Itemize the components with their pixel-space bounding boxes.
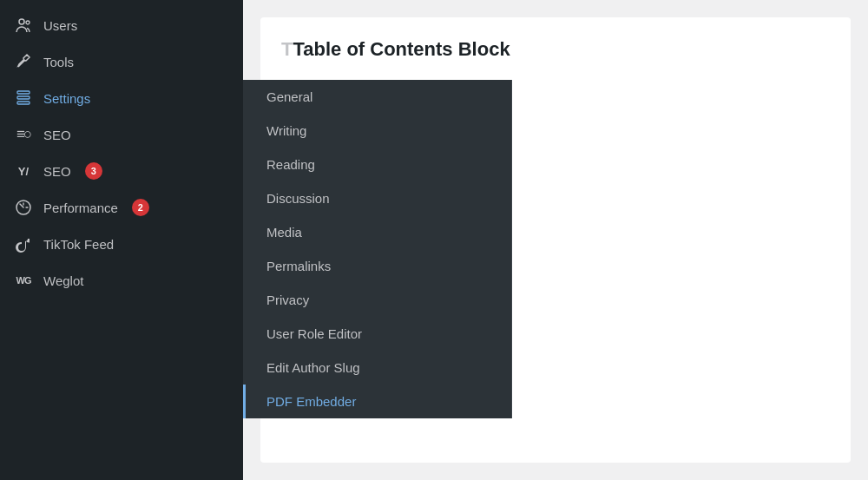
sidebar-item-settings[interactable]: Settings: [0, 80, 243, 116]
sidebar-settings-wrapper: Settings General Writing Reading Discuss…: [0, 80, 243, 116]
users-icon: [14, 16, 33, 35]
submenu-item-privacy[interactable]: Privacy: [243, 283, 511, 317]
submenu-item-general[interactable]: General: [243, 80, 511, 114]
svg-point-0: [19, 19, 24, 24]
submenu-item-writing-label: Writing: [266, 123, 306, 138]
sidebar-item-weglot-label: Weglot: [43, 273, 83, 288]
submenu-item-general-label: General: [266, 89, 312, 104]
sidebar-item-performance[interactable]: Performance 2: [0, 189, 243, 226]
settings-icon: [14, 89, 33, 108]
sidebar-item-performance-label: Performance: [43, 201, 118, 215]
submenu-item-media-label: Media: [266, 225, 302, 240]
sidebar-item-weglot[interactable]: WG Weglot: [0, 262, 243, 299]
submenu-item-reading[interactable]: Reading: [243, 148, 511, 181]
svg-rect-2: [17, 91, 30, 94]
sidebar-item-tools[interactable]: Tools: [0, 43, 243, 80]
sidebar-item-seo-yoast-label: SEO: [43, 164, 71, 179]
submenu-item-pdf-embedder-label: PDF Embedder: [266, 394, 356, 409]
seo-top-icon: ≡○: [14, 125, 33, 144]
submenu-item-reading-label: Reading: [266, 157, 315, 172]
performance-badge: 2: [132, 199, 149, 216]
submenu-item-user-role-editor[interactable]: User Role Editor: [243, 317, 511, 351]
submenu-item-edit-author-slug-label: Edit Author Slug: [266, 360, 360, 375]
sidebar-item-tools-label: Tools: [43, 55, 74, 69]
sidebar-item-seo-top[interactable]: ≡○ SEO: [0, 116, 243, 153]
performance-icon: [14, 198, 33, 217]
sidebar-item-users[interactable]: Users: [0, 7, 243, 43]
tools-icon: [14, 52, 33, 71]
submenu-item-privacy-label: Privacy: [266, 293, 309, 307]
submenu-item-edit-author-slug[interactable]: Edit Author Slug: [243, 351, 511, 385]
sidebar-item-tiktok[interactable]: TikTok Feed: [0, 226, 243, 262]
settings-submenu: General Writing Reading Discussion Media…: [243, 80, 512, 418]
tiktok-icon: [14, 234, 33, 253]
submenu-item-user-role-editor-label: User Role Editor: [266, 326, 362, 341]
submenu-item-media[interactable]: Media: [243, 215, 511, 249]
submenu-item-permalinks-label: Permalinks: [266, 259, 331, 273]
sidebar-item-users-label: Users: [43, 18, 77, 33]
sidebar-item-seo-top-label: SEO: [43, 128, 71, 142]
submenu-item-discussion[interactable]: Discussion: [243, 181, 511, 215]
svg-rect-4: [17, 102, 30, 104]
submenu-item-pdf-embedder[interactable]: PDF Embedder: [243, 385, 511, 418]
weglot-icon: WG: [14, 271, 33, 290]
sidebar-item-settings-label: Settings: [43, 91, 90, 106]
submenu-item-permalinks[interactable]: Permalinks: [243, 249, 511, 283]
sidebar-item-tiktok-label: TikTok Feed: [43, 237, 114, 252]
page-title-text: TTable of Contents Block: [281, 38, 510, 60]
sidebar: Users Tools Settings General: [0, 0, 243, 480]
seo-yoast-icon: Y/: [14, 161, 33, 181]
svg-point-1: [26, 21, 30, 24]
seo-yoast-badge: 3: [85, 162, 102, 180]
submenu-item-discussion-label: Discussion: [266, 191, 330, 206]
svg-rect-3: [17, 96, 30, 99]
sidebar-item-seo-yoast[interactable]: Y/ SEO 3: [0, 153, 243, 189]
submenu-item-writing[interactable]: Writing: [243, 114, 511, 148]
page-title: TTable of Contents Block: [281, 38, 830, 61]
